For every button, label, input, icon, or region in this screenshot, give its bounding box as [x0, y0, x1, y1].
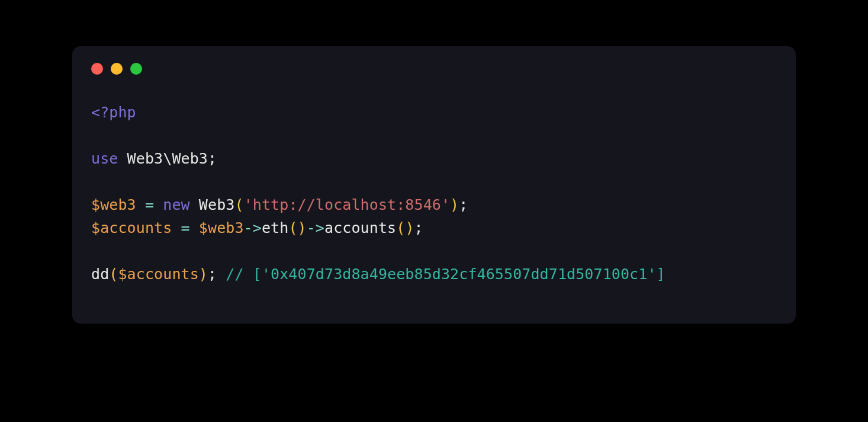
code-token: ()	[288, 219, 306, 236]
code-token: ;	[208, 150, 217, 167]
code-line: use Web3\Web3;	[91, 150, 217, 167]
code-token	[154, 196, 163, 213]
code-line: $accounts = $web3->eth()->accounts();	[91, 219, 423, 236]
minimize-icon[interactable]	[111, 63, 123, 75]
code-token: ;	[208, 266, 217, 283]
code-token: $web3	[199, 219, 244, 236]
code-token: ->	[307, 219, 324, 236]
code-token: )	[199, 266, 208, 283]
code-line: <?php	[91, 104, 136, 121]
code-token: $web3	[91, 196, 136, 213]
code-token: eth	[262, 219, 288, 236]
code-token: <?php	[91, 104, 136, 121]
code-token: \	[163, 150, 172, 167]
code-token: new	[163, 196, 189, 213]
code-token: Web3	[172, 150, 208, 167]
maximize-icon[interactable]	[130, 63, 142, 75]
code-line: $web3 = new Web3('http://localhost:8546'…	[91, 196, 468, 213]
code-token: (	[234, 196, 243, 213]
code-token: )	[450, 196, 459, 213]
code-token: Web3	[199, 196, 235, 213]
code-window: <?php use Web3\Web3; $web3 = new Web3('h…	[72, 46, 796, 324]
code-token: ;	[459, 196, 468, 213]
code-token: (	[109, 266, 118, 283]
code-token: =	[145, 196, 154, 213]
code-token	[136, 196, 145, 213]
code-token: $accounts	[118, 266, 198, 283]
code-token: 'http://localhost:8546'	[244, 196, 450, 213]
code-token	[172, 219, 181, 236]
code-token: // ['0x407d73d8a49eeb85d32cf465507dd71d5…	[226, 266, 665, 283]
code-token: Web3	[118, 150, 163, 167]
code-token	[217, 266, 226, 283]
code-block: <?php use Web3\Web3; $web3 = new Web3('h…	[72, 75, 796, 324]
window-titlebar	[72, 46, 796, 75]
code-token: $accounts	[91, 219, 172, 236]
code-token: ->	[244, 219, 262, 236]
close-icon[interactable]	[91, 63, 103, 75]
code-token: accounts	[324, 219, 396, 236]
code-token	[190, 196, 199, 213]
code-token: =	[181, 219, 190, 236]
code-token: use	[91, 150, 118, 167]
code-line: dd($accounts); // ['0x407d73d8a49eeb85d3…	[91, 266, 666, 283]
code-token	[190, 219, 199, 236]
code-token: ;	[414, 219, 423, 236]
code-token: ()	[396, 219, 414, 236]
code-token: dd	[91, 266, 109, 283]
